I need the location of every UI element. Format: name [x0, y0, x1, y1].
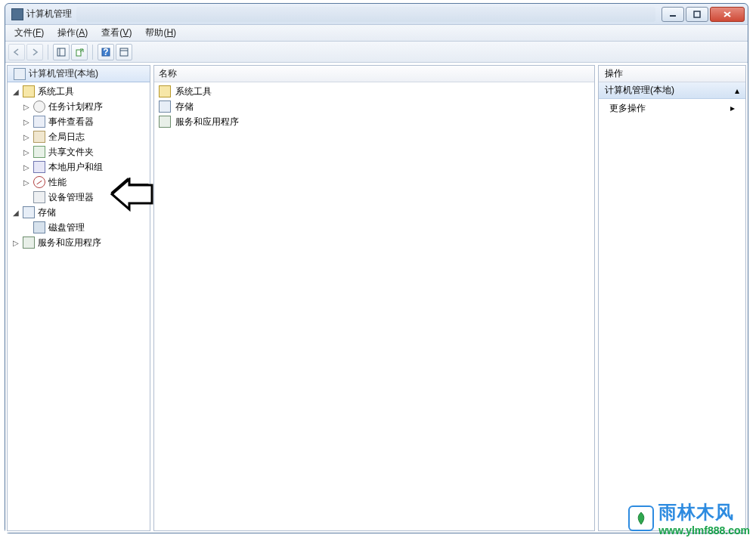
expander-closed-icon[interactable]: ▷ — [21, 131, 32, 142]
expander-closed-icon[interactable]: ▷ — [21, 162, 32, 172]
app-icon — [11, 8, 23, 20]
list-item[interactable]: 系统工具 — [156, 84, 593, 99]
expander-open-icon[interactable]: ◢ — [11, 207, 21, 218]
expander-closed-icon[interactable]: ▷ — [11, 237, 21, 248]
expander-none — [21, 222, 32, 233]
menu-file[interactable]: 文件(F) — [8, 25, 50, 41]
menu-help[interactable]: 帮助(H) — [139, 25, 182, 41]
back-button[interactable] — [8, 44, 25, 60]
tree-node-storage[interactable]: ◢ 存储 — [9, 205, 148, 220]
tree-node-device-manager[interactable]: 设备管理器 — [9, 190, 148, 205]
event-icon — [33, 116, 45, 128]
list-header-label: 名称 — [159, 67, 177, 80]
arrow-left-icon — [12, 48, 21, 57]
expander-closed-icon[interactable]: ▷ — [21, 116, 32, 127]
tree-node-system-tools[interactable]: ◢ 系统工具 — [9, 84, 148, 99]
titlebar[interactable]: 计算机管理 — [5, 4, 748, 25]
storage-icon — [23, 206, 35, 218]
arrow-right-icon — [30, 48, 39, 57]
storage-icon — [159, 100, 171, 113]
close-button[interactable] — [710, 7, 745, 22]
toolbar-sep — [48, 45, 48, 60]
forward-button[interactable] — [26, 44, 43, 60]
actions-pane: 操作 计算机管理(本地) ▴ 更多操作 ▸ — [598, 65, 746, 531]
tree[interactable]: ◢ 系统工具 ▷ 任务计划程序 ▷ 事件查看器 ▷ 全局日志 — [8, 82, 150, 252]
watermark-logo-icon — [628, 505, 654, 531]
maximize-button[interactable] — [686, 7, 708, 22]
list-item[interactable]: 存储 — [156, 99, 593, 114]
actions-more-label: 更多操作 — [609, 102, 646, 115]
minimize-button[interactable] — [662, 7, 684, 22]
tree-node-disk-management[interactable]: 磁盘管理 — [9, 220, 148, 235]
show-hide-tree-button[interactable] — [53, 44, 70, 60]
toolbar-sep-2 — [92, 45, 93, 60]
tree-node-event-viewer[interactable]: ▷ 事件查看器 — [9, 114, 148, 129]
actions-more[interactable]: 更多操作 ▸ — [599, 99, 745, 117]
tree-label: 存储 — [36, 206, 57, 220]
tree-label: 全局日志 — [47, 130, 86, 144]
tools-icon — [23, 85, 35, 97]
tree-label: 共享文件夹 — [47, 145, 95, 159]
window-frame: 计算机管理 文件(F) 操作(A) 查看(V) 帮助(H) ? — [5, 3, 748, 533]
actions-header: 操作 — [599, 66, 745, 82]
actions-group[interactable]: 计算机管理(本地) ▴ — [599, 82, 745, 99]
close-icon — [723, 11, 732, 18]
titlebar-blur — [76, 7, 655, 22]
watermark-url: www.ylmf888.com — [658, 524, 750, 536]
expander-closed-icon[interactable]: ▷ — [21, 101, 32, 112]
list-item-label: 服务和应用程序 — [174, 115, 240, 129]
svg-text:?: ? — [103, 48, 108, 57]
share-icon — [33, 146, 45, 158]
expander-none — [21, 192, 32, 202]
body: 计算机管理(本地) ◢ 系统工具 ▷ 任务计划程序 ▷ 事件查看器 — [5, 63, 748, 533]
menu-view[interactable]: 查看(V) — [95, 25, 138, 41]
chevron-up-icon: ▴ — [735, 85, 739, 96]
expander-closed-icon[interactable]: ▷ — [21, 177, 32, 187]
expander-closed-icon[interactable]: ▷ — [21, 147, 32, 157]
tree-node-shared-folders[interactable]: ▷ 共享文件夹 — [9, 144, 148, 159]
svg-rect-1 — [694, 11, 700, 17]
toolbar: ? — [5, 42, 748, 63]
maximize-icon — [693, 11, 701, 18]
disk-icon — [33, 221, 45, 233]
properties-button[interactable] — [116, 44, 132, 60]
svg-rect-6 — [76, 50, 81, 56]
tree-node-local-users[interactable]: ▷ 本地用户和组 — [9, 159, 148, 175]
tree-label: 设备管理器 — [47, 190, 95, 205]
menu-action[interactable]: 操作(A) — [51, 25, 94, 41]
tree-node-task-scheduler[interactable]: ▷ 任务计划程序 — [9, 99, 148, 114]
tree-label: 本地用户和组 — [47, 160, 104, 175]
tree-label: 服务和应用程序 — [36, 236, 103, 250]
tree-label: 任务计划程序 — [47, 100, 104, 114]
tree-label: 系统工具 — [36, 85, 76, 99]
tree-node-services[interactable]: ▷ 服务和应用程序 — [9, 235, 148, 250]
device-icon — [33, 191, 45, 203]
watermark-brand: 雨林木风 — [658, 500, 750, 524]
list[interactable]: 系统工具 存储 服务和应用程序 — [154, 82, 594, 131]
menubar: 文件(F) 操作(A) 查看(V) 帮助(H) — [5, 25, 748, 42]
list-item-label: 系统工具 — [174, 85, 213, 99]
export-button[interactable] — [71, 44, 88, 60]
tree-root-header[interactable]: 计算机管理(本地) — [8, 66, 150, 82]
minimize-icon — [669, 11, 677, 18]
list-column-header-name[interactable]: 名称 — [154, 66, 594, 82]
performance-icon — [33, 176, 45, 188]
tree-node-global-log[interactable]: ▷ 全局日志 — [9, 129, 148, 144]
tree-pane: 计算机管理(本地) ◢ 系统工具 ▷ 任务计划程序 ▷ 事件查看器 — [7, 65, 150, 531]
tools-icon — [159, 85, 171, 97]
list-item-label: 存储 — [174, 100, 195, 114]
list-item[interactable]: 服务和应用程序 — [156, 114, 593, 129]
tree-label: 事件查看器 — [47, 115, 95, 129]
users-icon — [33, 161, 45, 173]
help-button[interactable]: ? — [98, 44, 114, 60]
actions-group-label: 计算机管理(本地) — [605, 84, 674, 97]
services-icon — [23, 236, 35, 249]
tree-root-label: 计算机管理(本地) — [27, 66, 100, 81]
expander-open-icon[interactable]: ◢ — [11, 86, 21, 97]
services-icon — [159, 116, 171, 128]
export-icon — [75, 48, 84, 57]
tree-node-performance[interactable]: ▷ 性能 — [9, 175, 148, 190]
chevron-right-icon: ▸ — [730, 103, 735, 113]
list-pane: 名称 系统工具 存储 服务和应用程序 — [153, 65, 595, 531]
tree-label: 磁盘管理 — [47, 221, 86, 235]
